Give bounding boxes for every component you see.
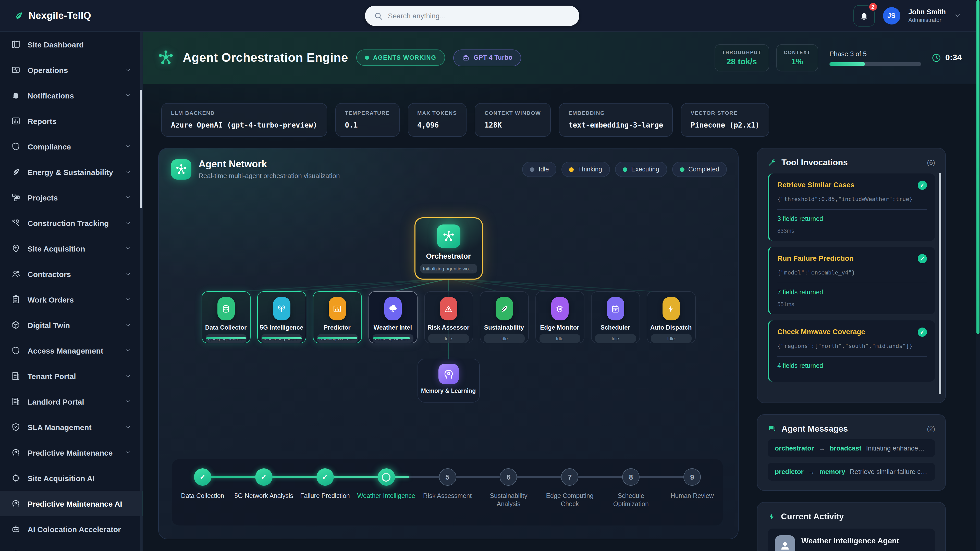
tools-scrollbar-thumb[interactable] [939,173,941,394]
tool-name: Check Mmwave Coverage [777,327,865,336]
notifications-button[interactable]: 2 [853,5,875,26]
tool-args: {"regions":["north","south","midlands"]} [777,343,927,349]
shield-icon [11,142,21,151]
pipeline-step[interactable]: 7 Edge Computing Check [539,468,600,508]
user-name: John Smith [908,8,946,17]
tool-invocation-card[interactable]: Retrieve Similar Cases ✓ {"threshold":0.… [768,173,935,241]
pipeline-step[interactable]: 5 Risk Assessment [417,468,478,508]
agent-card-risk-assessor[interactable]: Risk Assessor Idle [424,291,473,343]
sidebar-item-construction-tracking[interactable]: Construction Tracking [0,210,142,236]
sidebar-item-work-orders[interactable]: Work Orders [0,287,142,312]
sidebar-item-projects[interactable]: Projects [0,185,142,210]
tool-result: 3 fields returned [777,215,927,222]
sidebar-item-site-dashboard[interactable]: Site Dashboard [0,32,142,57]
memory-learning-node[interactable]: Memory & Learning [417,359,479,403]
network-subtitle: Real-time multi-agent orchestration visu… [199,172,340,179]
pipeline-step[interactable]: ✓ Data Collection [172,468,233,508]
workflow-pipeline: ✓ Data Collection ✓ 5G Network Analysis [172,459,723,526]
sidebar-item-energy-sustainability[interactable]: Energy & Sustainability [0,159,142,185]
agent-card-auto-dispatch[interactable]: Auto Dispatch Idle [646,291,695,343]
sidebar-item-landlord-portal[interactable]: Landlord Portal [0,389,142,414]
agent-card-scheduler[interactable]: Scheduler Idle [591,291,640,343]
agent-message-row[interactable]: orchestrator → broadcast Initiating enha… [768,439,935,457]
sidebar-item-predictive-maintenance-ai[interactable]: Predictive Maintenance AI [0,491,142,516]
sidebar-item-label: Site Acquisition [27,244,85,253]
sidebar-item-compliance[interactable]: Compliance [0,134,142,159]
pipeline-step[interactable]: ✓ Failure Prediction [294,468,356,508]
robot-icon [462,54,469,62]
sidebar-item-operations[interactable]: Operations [0,57,142,83]
cube-icon [11,321,21,330]
chevron-down-icon [125,67,131,73]
pipeline-active-ring [382,473,390,481]
agent-state-legend: Idle Thinking Executing Complete [522,162,727,177]
agent-card-sustainability[interactable]: Sustainability Idle [479,291,528,343]
sidebar-item-reports[interactable]: Reports [0,108,142,134]
tool-invocation-card[interactable]: Check Mmwave Coverage ✓ {"regions":["nor… [768,321,935,382]
shield-check-icon [11,422,21,432]
search-input[interactable] [388,12,570,20]
sidebar-item-site-acquisition-ai[interactable]: Site Acquisition AI [0,465,142,491]
agent-progress-fill [206,337,246,339]
pipeline-step-mark: ✓ [200,473,205,481]
robot-icon [11,524,21,534]
sidebar-item-ai-colocation-accelerator[interactable]: AI Colocation Accelerator [0,516,142,542]
pipeline-step[interactable]: ✓ 5G Network Analysis [233,468,294,508]
arrow-right-icon: → [818,445,825,452]
tool-invocation-card[interactable]: Run Failure Prediction ✓ {"model":"ensem… [768,247,935,314]
page-scrollbar-thumb[interactable] [977,0,980,334]
bell-icon [11,91,21,100]
agent-card-weather-intel[interactable]: Weather Intel Fetching weather... [368,291,417,343]
brand-name: Nexgile-TelIQ [29,10,91,21]
phase-progress-fill [829,62,865,65]
arrow-right-icon: → [808,468,815,475]
global-search[interactable] [365,6,579,26]
pipeline-step[interactable]: Weather Intelligence [355,468,417,508]
sidebar-item-sla-management[interactable]: SLA Management [0,414,142,440]
agent-name: 5G Intelligence [258,324,305,331]
tool-invocations-title: Tool Invocations [781,158,848,167]
chevron-down-icon [125,220,131,226]
agent-cards-row: Data Collector Querying sensor ... 5G In… [201,291,695,343]
agent-message-row[interactable]: predictor → memory Retrieve similar fail… [768,463,935,481]
sitemap-icon [11,193,21,202]
activity-icon [11,65,21,75]
user-menu-chevron-icon[interactable] [954,12,962,19]
agent-name: Weather Intel [369,324,417,331]
sidebar-item-site-acquisition[interactable]: Site Acquisition [0,236,142,261]
agent-name: Edge Monitor [536,324,584,331]
sidebar-item-digital-twin[interactable]: Digital Twin [0,312,142,338]
agent-card-predictor[interactable]: Predictor Running Weibull ... [313,291,362,343]
agent-card-5g-intelligence[interactable]: 5G Intelligence Monitoring netwo... [257,291,306,343]
head-cog-glyph [443,368,454,380]
contractors-icon [11,269,21,279]
pipeline-step-circle: 7 [561,468,579,486]
tool-args: {"model":"ensemble_v4"} [777,269,927,276]
avatar[interactable]: JS [883,7,900,24]
pipeline-step[interactable]: 8 Schedule Optimization [600,468,662,508]
head-cog-icon [438,364,458,384]
sidebar-item-access-management[interactable]: Access Management [0,338,142,363]
sidebar-item-tenant-portal[interactable]: Tenant Portal [0,363,142,389]
config-label: CONTEXT WINDOW [485,110,541,116]
chip-glyph [555,304,564,313]
sidebar-item-notifications[interactable]: Notifications [0,83,142,108]
brand[interactable]: Nexgile-TelIQ [0,10,91,21]
notification-badge: 2 [868,2,878,11]
agent-card-edge-monitor[interactable]: Edge Monitor Idle [535,291,584,343]
map-icon [11,40,21,49]
status-dot [365,56,369,60]
pipeline-step[interactable]: 6 Sustainability Analysis [478,468,539,508]
sidebar-item-contractors[interactable]: Contractors [0,261,142,287]
check-icon: ✓ [918,181,927,190]
sidebar-item-public-portal[interactable]: Public Portal [0,542,142,551]
shield-icon [11,346,21,355]
sidebar-scrollbar-thumb[interactable] [140,90,142,208]
agent-progress-fill [317,337,357,339]
sidebar-item-predictive-maintenance[interactable]: Predictive Maintenance [0,440,142,465]
orchestrator-node[interactable]: Orchestrator Initializing agentic wor... [414,218,483,279]
legend-dot [679,167,684,171]
pipeline-step[interactable]: 9 Human Review [662,468,723,508]
agent-card-data-collector[interactable]: Data Collector Querying sensor ... [201,291,250,343]
pipeline-step-label: Human Review [670,492,714,500]
